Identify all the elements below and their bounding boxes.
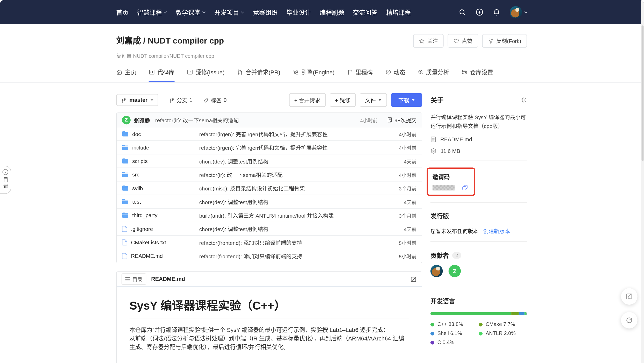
file-row-readme-md[interactable]: README.mdrefactor(frontend): 添加对只编译前端的支持… xyxy=(117,249,422,263)
fork-button[interactable]: 复刻(Fork) xyxy=(482,34,527,48)
nav-item-item[interactable]: 精培课程 xyxy=(386,8,411,16)
commit-message-link[interactable]: build(antlr): 引入第三方 ANTLR4 runtime/tool … xyxy=(199,211,334,219)
file-row-cmakelists-txt[interactable]: CMakeLists.txtrefactor(frontend): 添加对只编译… xyxy=(117,236,422,249)
toc-side-tab[interactable]: › 目录 xyxy=(0,166,11,194)
contributors-title: 贡献者 2 xyxy=(430,251,527,259)
commit-message-link[interactable]: refactor(ir): 改一下sema相关的适配 xyxy=(199,170,283,178)
language-segment-c xyxy=(527,312,527,315)
tab-home[interactable]: 主页 xyxy=(116,68,137,82)
scrollbar-thumb[interactable] xyxy=(641,25,643,161)
tab-engine[interactable]: 引擎(Engine) xyxy=(293,68,335,82)
branch-count[interactable]: 分支 1 xyxy=(169,96,193,104)
engine-icon xyxy=(293,69,299,75)
invite-code-censored xyxy=(433,185,455,190)
edit-icon[interactable] xyxy=(410,276,417,282)
file-link[interactable]: CMakeLists.txt xyxy=(122,239,199,245)
settings-icon xyxy=(462,69,468,75)
commit-message-link[interactable]: chore(dev): 调整test用例结构 xyxy=(199,225,268,233)
gear-icon[interactable] xyxy=(521,97,527,103)
nav-item-label: 智慧课程 xyxy=(137,8,162,16)
watch-button[interactable]: 关注 xyxy=(413,34,444,48)
divider xyxy=(430,284,527,284)
tab-label: 质量分析 xyxy=(426,68,449,76)
user-avatar[interactable] xyxy=(510,6,528,18)
bell-icon[interactable] xyxy=(493,8,500,16)
commit-message-link[interactable]: chore(dev): 调整test用例结构 xyxy=(199,198,268,205)
file-row-sylib[interactable]: sylibchore(misc): 按目录结构设计初始化工程骨架3个月前 xyxy=(117,181,422,195)
file-row-third-party[interactable]: third_partybuild(antlr): 引入第三方 ANTLR4 ru… xyxy=(117,209,422,222)
branch-selector[interactable]: master xyxy=(116,94,158,106)
list-icon xyxy=(125,277,130,281)
tag-count[interactable]: 标签 0 xyxy=(203,96,227,104)
tab-milestone[interactable]: 里程碑 xyxy=(347,68,373,82)
readme-paragraph: 本仓库为“并行编译课程实验”提供一个 SysY 编译器的最小可运行示例，实验按 … xyxy=(129,326,409,352)
copy-icon[interactable] xyxy=(462,184,468,191)
commit-message[interactable]: refactor(ir): 改一下sema相关的适配 xyxy=(155,116,239,124)
file-time: 3个月前 xyxy=(399,184,416,191)
feedback-button[interactable] xyxy=(621,288,637,305)
language-segment-cmake xyxy=(511,312,519,315)
file-link[interactable]: .gitignore xyxy=(122,226,199,232)
folder-link[interactable]: doc xyxy=(122,131,199,137)
nav-item-item[interactable]: 毕业设计 xyxy=(286,8,311,16)
file-row-src[interactable]: srcrefactor(ir): 改一下sema相关的适配4小时前 xyxy=(117,168,422,181)
file-row-test[interactable]: testchore(dev): 调整test用例结构4天前 xyxy=(117,195,422,209)
scrollbar-track[interactable] xyxy=(641,0,644,363)
committer-avatar[interactable]: Z xyxy=(122,116,131,124)
commit-message-link[interactable]: refactor(frontend): 添加对只编译前端的支持 xyxy=(199,252,302,260)
divider xyxy=(430,202,527,203)
new-issue-button[interactable]: + 疑修 xyxy=(330,93,356,107)
create-release-link[interactable]: 创建新版本 xyxy=(483,228,510,234)
file-row-scripts[interactable]: scriptschore(dev): 调整test用例结构4天前 xyxy=(117,154,422,168)
commits-count[interactable]: 98次提交 xyxy=(387,116,416,124)
file-row-doc[interactable]: docrefactor(irgen): 完善irgen代码和文档，提升扩展兼容性… xyxy=(117,127,422,141)
commit-message-link[interactable]: refactor(irgen): 完善irgen代码和文档，提升扩展兼容性 xyxy=(199,130,328,138)
toc-button[interactable]: 目录 xyxy=(122,273,146,284)
tab-label: 主页 xyxy=(125,68,136,76)
tab-activity[interactable]: 动态 xyxy=(385,68,405,82)
nav-item-item[interactable]: 交流问答 xyxy=(353,8,378,16)
nav-item-item[interactable]: 竞赛组织 xyxy=(253,8,278,16)
nav-item-item[interactable]: 开发项目 xyxy=(214,8,244,16)
commit-message-link[interactable]: chore(misc): 按目录结构设计初始化工程骨架 xyxy=(199,184,305,192)
invite-code-title: 邀请码 xyxy=(433,173,470,181)
commit-message-link[interactable]: chore(dev): 调整test用例结构 xyxy=(199,157,268,165)
tab-settings[interactable]: 仓库设置 xyxy=(462,68,493,82)
folder-link[interactable]: scripts xyxy=(122,158,199,164)
new-merge-request-button[interactable]: + 合并请求 xyxy=(289,93,325,107)
commits-icon xyxy=(387,117,392,123)
tab-issues[interactable]: 疑修(Issue) xyxy=(187,68,224,82)
folder-link[interactable]: third_party xyxy=(122,212,199,218)
folder-link[interactable]: sylib xyxy=(122,185,199,191)
nav-item-item[interactable]: 编程刷题 xyxy=(320,8,344,16)
folder-link[interactable]: include xyxy=(122,144,199,151)
share-button[interactable] xyxy=(621,312,637,328)
commit-message-link[interactable]: refactor(frontend): 添加对只编译前端的支持 xyxy=(199,238,302,246)
contributor-avatar[interactable]: Z xyxy=(449,265,461,277)
file-link[interactable]: README.md xyxy=(122,253,199,259)
repo-tabs: 主页代码库疑修(Issue)合并请求(PR)引擎(Engine)里程碑动态质量分… xyxy=(116,68,527,82)
tab-pr[interactable]: 合并请求(PR) xyxy=(237,68,280,82)
document-icon xyxy=(430,136,436,143)
file-row-include[interactable]: includerefactor(irgen): 完善irgen代码和文档，提升扩… xyxy=(117,141,422,154)
search-icon[interactable] xyxy=(459,8,466,16)
file-row-gitignore[interactable]: .gitignorechore(dev): 调整test用例结构4天前 xyxy=(117,222,422,236)
tab-code[interactable]: 代码库 xyxy=(149,68,175,82)
plus-circle-icon[interactable] xyxy=(476,8,483,16)
committer-name[interactable]: 张雅静 xyxy=(134,116,150,124)
nav-item-item[interactable]: 智慧课程 xyxy=(137,8,167,16)
nav-item-item[interactable]: 教学课堂 xyxy=(176,8,206,16)
file-menu-button[interactable]: 文件 xyxy=(360,93,387,107)
download-button[interactable]: 下载 xyxy=(391,93,422,107)
tab-quality[interactable]: 质量分析 xyxy=(417,68,449,82)
contributor-avatar[interactable] xyxy=(430,265,443,277)
commit-message-link[interactable]: refactor(irgen): 完善irgen代码和文档，提升扩展兼容性 xyxy=(199,144,328,151)
file-time: 4天前 xyxy=(404,158,416,165)
like-button[interactable]: 点赞 xyxy=(448,34,478,48)
readme-link[interactable]: README.md xyxy=(430,136,527,143)
nav-item-item[interactable]: 首页 xyxy=(116,8,129,16)
tag-icon xyxy=(203,97,209,103)
folder-link[interactable]: test xyxy=(122,198,199,205)
fork-origin-link[interactable]: NUDT compiler/NUDT compiler cpp xyxy=(133,53,214,59)
folder-link[interactable]: src xyxy=(122,172,199,178)
